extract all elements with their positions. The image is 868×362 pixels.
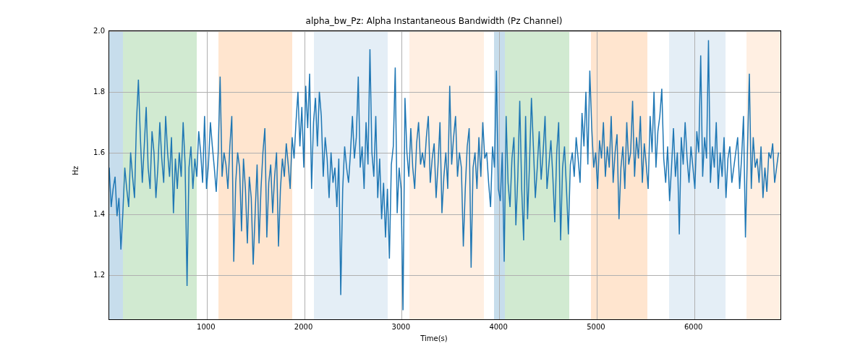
figure: alpha_bw_Pz: Alpha Instantaneous Bandwid… xyxy=(0,0,868,362)
data-line xyxy=(109,31,780,319)
x-tick-label: 3000 xyxy=(392,323,410,331)
x-tick-label: 4000 xyxy=(489,323,507,331)
chart-title: alpha_bw_Pz: Alpha Instantaneous Bandwid… xyxy=(0,16,868,26)
x-tick-label: 1000 xyxy=(197,323,215,331)
series-line xyxy=(109,41,778,311)
y-tick-label: 1.6 xyxy=(76,148,105,156)
y-axis-label: Hz xyxy=(72,166,80,175)
x-tick-label: 2000 xyxy=(294,323,312,331)
axes xyxy=(109,30,781,320)
y-tick-label: 1.4 xyxy=(76,209,105,217)
y-tick-label: 1.8 xyxy=(76,88,105,96)
x-tick-label: 6000 xyxy=(684,323,702,331)
x-tick-label: 5000 xyxy=(587,323,605,331)
x-axis-label: Time(s) xyxy=(0,334,868,342)
y-tick-label: 1.2 xyxy=(76,270,105,278)
y-tick-label: 2.0 xyxy=(76,27,105,35)
